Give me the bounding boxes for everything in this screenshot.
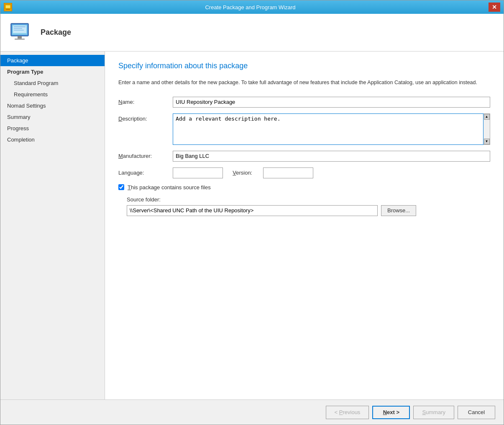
source-files-label[interactable]: This package contains source files <box>128 184 211 191</box>
name-input[interactable] <box>173 97 490 108</box>
source-folder-row: Browse... <box>127 205 490 216</box>
sidebar-item-requirements[interactable]: Requirements <box>0 89 105 100</box>
sidebar-item-program-type[interactable]: Program Type <box>0 66 105 77</box>
svg-rect-1 <box>6 5 10 8</box>
main-content: Package Program Type Standard Program Re… <box>0 52 504 399</box>
header-title: Package <box>41 28 71 37</box>
footer: < Previous Next > Summary Cancel <box>0 399 504 425</box>
language-label: Language: <box>118 170 173 176</box>
wizard-window: Create Package and Program Wizard ✕ Pack… <box>0 0 504 425</box>
sidebar-item-completion[interactable]: Completion <box>0 134 105 145</box>
svg-rect-7 <box>15 39 25 40</box>
name-row: Name: <box>118 97 490 108</box>
language-input[interactable] <box>173 167 223 178</box>
manufacturer-input[interactable] <box>173 151 490 162</box>
version-input[interactable] <box>263 167 313 178</box>
scroll-down-btn[interactable]: ▼ <box>484 139 490 144</box>
header-area: Package <box>0 14 504 52</box>
version-label: Version: <box>230 170 263 176</box>
summary-button[interactable]: Summary <box>413 406 454 419</box>
svg-rect-3 <box>6 9 10 10</box>
source-files-checkbox[interactable] <box>118 184 124 190</box>
window-title: Create Package and Program Wizard <box>12 4 489 10</box>
next-button[interactable]: Next > <box>372 406 410 419</box>
cancel-button[interactable]: Cancel <box>458 406 495 419</box>
description-input[interactable]: Add a relevant description here. <box>173 113 484 145</box>
browse-button[interactable]: Browse... <box>381 205 416 216</box>
previous-button[interactable]: < Previous <box>326 406 369 419</box>
description-wrapper: Add a relevant description here. ▲ ▼ <box>173 113 490 145</box>
svg-rect-9 <box>14 26 26 27</box>
sidebar-item-progress[interactable]: Progress <box>0 123 105 134</box>
manufacturer-label: Manufacturer: <box>118 151 173 159</box>
svg-rect-11 <box>14 30 24 31</box>
svg-rect-6 <box>18 36 22 39</box>
content-title: Specify information about this package <box>118 62 490 70</box>
description-text: Enter a name and other details for the n… <box>118 79 490 87</box>
source-folder-label: Source folder: <box>127 196 490 203</box>
title-bar: Create Package and Program Wizard ✕ <box>0 0 504 14</box>
name-label: Name: <box>118 97 173 105</box>
description-label: Description: <box>118 113 173 122</box>
sidebar: Package Program Type Standard Program Re… <box>0 52 105 399</box>
content-panel: Specify information about this package E… <box>105 52 504 399</box>
app-icon <box>4 3 12 11</box>
close-button[interactable]: ✕ <box>489 3 500 12</box>
description-scrollbar: ▲ ▼ <box>484 113 490 145</box>
sidebar-item-package[interactable]: Package <box>0 55 105 66</box>
sidebar-item-summary[interactable]: Summary <box>0 111 105 123</box>
sidebar-item-nomad-settings[interactable]: Nomad Settings <box>0 100 105 111</box>
source-files-checkbox-row: This package contains source files <box>118 184 490 191</box>
svg-rect-10 <box>14 28 22 29</box>
scroll-up-btn[interactable]: ▲ <box>484 114 490 120</box>
source-folder-input[interactable] <box>127 205 378 216</box>
header-icon <box>9 20 34 45</box>
manufacturer-row: Manufacturer: <box>118 151 490 162</box>
source-folder-section: Source folder: Browse... <box>127 196 490 216</box>
sidebar-item-standard-program[interactable]: Standard Program <box>0 77 105 89</box>
language-version-row: Language: Version: <box>118 167 490 178</box>
description-row: Description: Add a relevant description … <box>118 113 490 145</box>
